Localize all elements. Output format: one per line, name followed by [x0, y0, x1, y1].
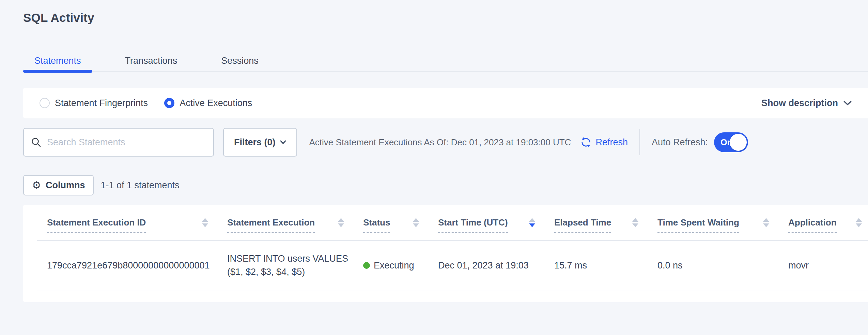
table-header-row: Statement Execution ID Statement Executi… [23, 205, 868, 240]
sort-icon[interactable] [524, 218, 535, 227]
toolbar: Filters (0) Active Statement Executions … [23, 128, 868, 157]
radio-label: Statement Fingerprints [55, 98, 148, 108]
table-controls: ⚙ Columns 1-1 of 1 statements [23, 175, 868, 195]
filters-label: Filters (0) [234, 137, 276, 148]
row-separator [37, 291, 868, 291]
statement-line-1: INSERT INTO users VALUES [227, 252, 350, 265]
view-mode-card: Statement Fingerprints Active Executions… [23, 88, 868, 118]
page-title: SQL Activity [23, 11, 94, 25]
chevron-down-icon [843, 101, 852, 106]
auto-refresh-label: Auto Refresh: [652, 137, 708, 148]
tab-label: Sessions [221, 56, 259, 66]
column-header-label[interactable]: Status [363, 217, 390, 233]
columns-button[interactable]: ⚙ Columns [23, 175, 94, 195]
radio-label: Active Executions [180, 98, 252, 108]
cell-elapsed-time: 15.7 ms [554, 260, 657, 271]
tab-transactions[interactable]: Transactions [114, 50, 189, 71]
cell-statement-execution-id: 179cca7921e679b80000000000000001 [47, 260, 227, 271]
column-header-status[interactable]: Status [363, 212, 438, 233]
chevron-down-icon [280, 140, 286, 144]
cell-start-time: Dec 01, 2023 at 19:03 [438, 260, 554, 271]
tab-sessions[interactable]: Sessions [210, 50, 270, 71]
show-description-button[interactable]: Show description [761, 98, 852, 108]
tab-label: Transactions [125, 56, 177, 66]
show-description-label: Show description [761, 98, 838, 108]
sort-icon[interactable] [333, 218, 344, 227]
status-executing-dot-icon [363, 262, 370, 269]
as-of-text: Active Statement Executions As Of: Dec 0… [309, 137, 571, 148]
columns-label: Columns [46, 180, 85, 191]
gear-icon: ⚙ [32, 180, 41, 190]
column-header-start-time[interactable]: Start Time (UTC) [438, 212, 554, 233]
sort-icon[interactable] [197, 218, 208, 227]
refresh-icon [580, 137, 591, 148]
cell-time-spent-waiting: 0.0 ns [657, 260, 788, 271]
column-header-statement-execution[interactable]: Statement Execution [227, 212, 363, 233]
statements-table: Statement Execution ID Statement Executi… [23, 205, 868, 302]
table-row[interactable]: 179cca7921e679b80000000000000001 INSERT … [23, 240, 868, 291]
auto-refresh-toggle[interactable]: On [714, 132, 748, 152]
results-count: 1-1 of 1 statements [100, 180, 179, 191]
sort-icon[interactable] [851, 218, 862, 227]
radio-active-executions[interactable]: Active Executions [164, 98, 252, 108]
filters-button[interactable]: Filters (0) [223, 128, 297, 157]
cell-statement-execution: INSERT INTO users VALUES ($1, $2, $3, $4… [227, 252, 363, 279]
cell-status: Executing [363, 260, 438, 271]
toolbar-divider [639, 129, 640, 155]
column-header-time-spent-waiting[interactable]: Time Spent Waiting [657, 212, 788, 233]
column-header-label[interactable]: Statement Execution [227, 217, 315, 233]
sort-icon[interactable] [758, 218, 769, 227]
status-label: Executing [374, 260, 414, 271]
statement-line-2: ($1, $2, $3, $4, $5) [227, 265, 350, 279]
column-header-elapsed-time[interactable]: Elapsed Time [554, 212, 657, 233]
column-header-label[interactable]: Time Spent Waiting [657, 217, 739, 233]
refresh-label: Refresh [595, 137, 628, 148]
column-header-statement-execution-id[interactable]: Statement Execution ID [47, 212, 227, 233]
column-header-application[interactable]: Application [788, 212, 868, 233]
tab-statements[interactable]: Statements [23, 50, 92, 71]
search-box [23, 128, 214, 157]
tab-label: Statements [34, 56, 81, 66]
column-header-label[interactable]: Statement Execution ID [47, 217, 146, 233]
column-header-label[interactable]: Application [788, 217, 837, 233]
radio-statement-fingerprints[interactable]: Statement Fingerprints [40, 98, 148, 108]
cell-application: movr [788, 260, 868, 271]
radio-icon [164, 98, 174, 108]
search-input[interactable] [47, 137, 206, 148]
tab-bar: Statements Transactions Sessions [23, 50, 868, 72]
column-header-label[interactable]: Elapsed Time [554, 217, 611, 233]
refresh-button[interactable]: Refresh [580, 137, 628, 148]
radio-icon [40, 98, 50, 108]
toggle-knob-icon [730, 134, 747, 151]
sort-icon[interactable] [408, 218, 419, 227]
sort-icon[interactable] [627, 218, 638, 227]
search-icon [31, 137, 42, 148]
sql-activity-page: SQL Activity Statements Transactions Ses… [0, 0, 868, 335]
column-header-label[interactable]: Start Time (UTC) [438, 217, 508, 233]
